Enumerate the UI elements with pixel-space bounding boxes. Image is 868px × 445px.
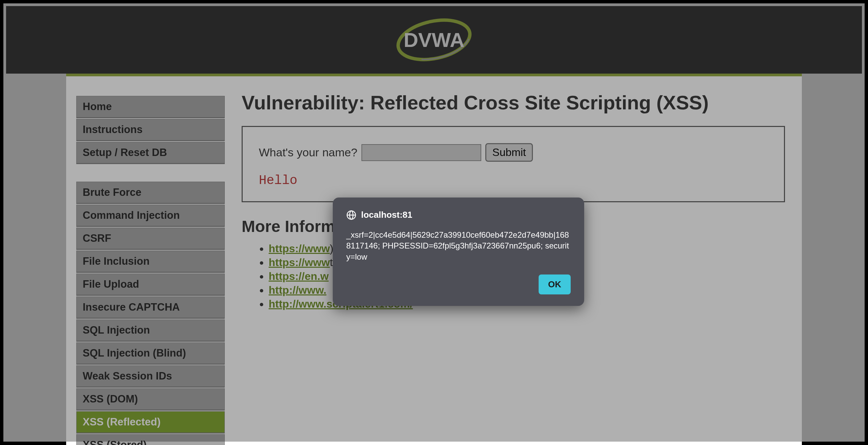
sidebar-item-xss-reflected[interactable]: XSS (Reflected) [76, 411, 225, 434]
sidebar-item-file-upload[interactable]: File Upload [76, 273, 225, 296]
svg-text:DVWA: DVWA [404, 29, 464, 51]
name-input[interactable] [361, 144, 481, 161]
alert-ok-button[interactable]: OK [539, 274, 571, 294]
sidebar-item-home[interactable]: Home [76, 96, 225, 118]
dvwa-logo: DVWA [390, 15, 478, 65]
app-header: DVWA [6, 6, 862, 74]
sidebar-item-csrf[interactable]: CSRF [76, 228, 225, 250]
sidebar-item-insecure-captcha[interactable]: Insecure CAPTCHA [76, 296, 225, 319]
js-alert-dialog: localhost:81 _xsrf=2|cc4e5d64|5629c27a39… [333, 198, 584, 306]
xss-output: Hello [259, 173, 768, 188]
xss-form-box: What's your name? Submit Hello [242, 126, 785, 202]
info-link[interactable]: https://en.w [269, 270, 329, 282]
info-link[interactable]: http://www. [269, 284, 326, 296]
nav-group-primary: Home Instructions Setup / Reset DB [76, 96, 225, 165]
page-title: Vulnerability: Reflected Cross Site Scri… [242, 91, 785, 114]
submit-button[interactable]: Submit [485, 143, 533, 162]
sidebar-item-xss-stored[interactable]: XSS (Stored) [76, 434, 225, 445]
sidebar-item-sql-injection[interactable]: SQL Injection [76, 319, 225, 342]
globe-icon [346, 210, 356, 220]
sidebar-item-instructions[interactable]: Instructions [76, 119, 225, 141]
alert-message: _xsrf=2|cc4e5d64|5629c27a39910cef60eb472… [346, 230, 571, 262]
sidebar-item-command-injection[interactable]: Command Injection [76, 205, 225, 227]
sidebar-item-brute-force[interactable]: Brute Force [76, 182, 225, 204]
sidebar-item-file-inclusion[interactable]: File Inclusion [76, 251, 225, 273]
sidebar-item-weak-session-ids[interactable]: Weak Session IDs [76, 365, 225, 388]
info-link[interactable]: https://www [269, 256, 330, 268]
sidebar-item-xss-dom[interactable]: XSS (DOM) [76, 388, 225, 411]
nav-group-vulns: Brute Force Command Injection CSRF File … [76, 182, 225, 445]
sidebar-item-sql-injection-blind[interactable]: SQL Injection (Blind) [76, 342, 225, 365]
alert-origin: localhost:81 [361, 210, 412, 220]
sidebar-nav: Home Instructions Setup / Reset DB Brute… [66, 76, 235, 445]
accent-divider [66, 74, 802, 76]
name-label: What's your name? [259, 146, 357, 159]
sidebar-item-setup[interactable]: Setup / Reset DB [76, 142, 225, 164]
info-link[interactable]: https://www [269, 242, 330, 255]
